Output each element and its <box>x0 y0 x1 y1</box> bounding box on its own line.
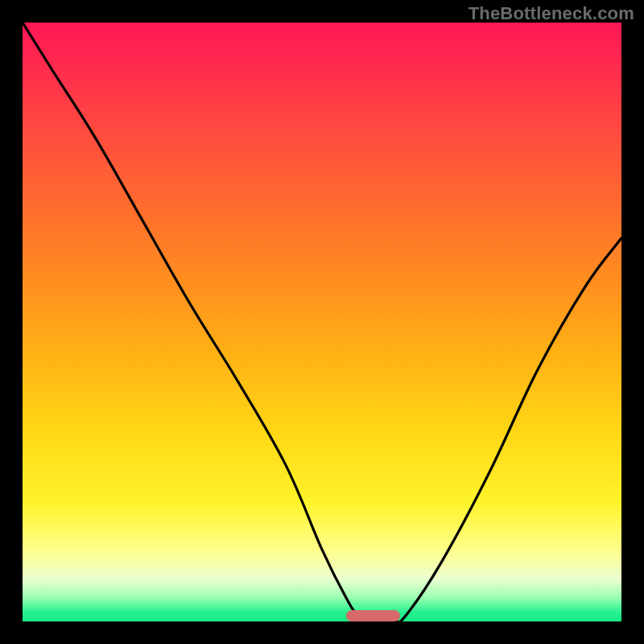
watermark-text: TheBottleneck.com <box>469 3 634 24</box>
curve-path <box>23 23 621 621</box>
plot-area <box>23 23 621 621</box>
bottleneck-curve <box>23 23 621 621</box>
chart-frame: TheBottleneck.com <box>0 0 644 644</box>
minimum-marker <box>346 610 400 621</box>
